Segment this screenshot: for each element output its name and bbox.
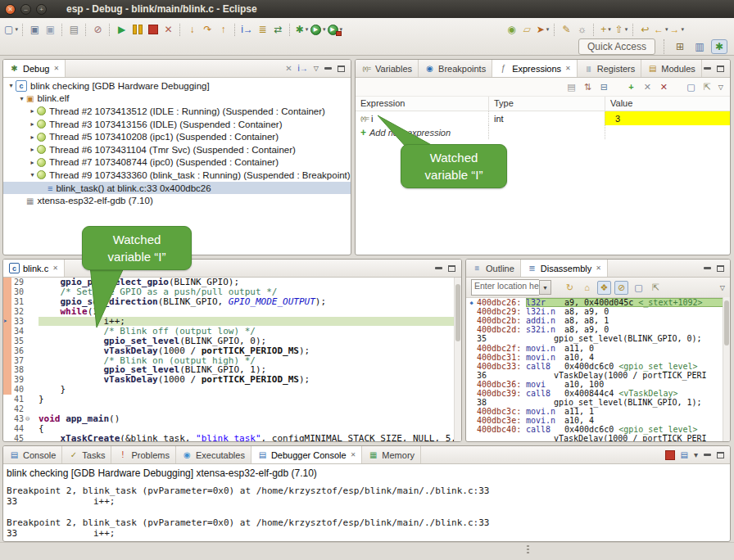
code-text[interactable]: while(1)	[39, 307, 461, 317]
scrollbar-thumb[interactable]	[724, 300, 729, 345]
disassembly-line[interactable]: 400dbc2d:s32i.na8, a9, 0	[466, 325, 730, 334]
console-tab-tasks[interactable]: ✓Tasks	[62, 446, 111, 463]
code-text[interactable]: gpio_set_direction(BLINK_GPIO, GPIO_MODE…	[39, 297, 461, 307]
editor-line[interactable]: 30 /* Set the GPIO as a push/pull output…	[3, 287, 461, 297]
tree-expand-icon[interactable]: ▸	[28, 120, 37, 128]
show-stepping-icon[interactable]: ≣	[256, 22, 270, 37]
save-icon[interactable]: ▣	[28, 22, 42, 37]
editor-line[interactable]: 29 gpio_pad_select_gpio(BLINK_GPIO);	[3, 278, 461, 287]
console-output[interactable]: Breakpoint 2, blink_task (pvParameter=0x…	[3, 481, 730, 539]
expression-row[interactable]: (x)=iint3	[356, 111, 730, 125]
instruction-step-toggle-icon[interactable]: i→	[298, 64, 308, 73]
view-menu-icon[interactable]: ▽	[314, 65, 319, 72]
editor-line[interactable]: 45 xTaskCreate(&blink_task, "blink_task"…	[3, 433, 461, 442]
new-wizard-icon[interactable]: ▢▾	[4, 22, 18, 37]
debug-tree-row[interactable]: ≡blink_task() at blink.c:33 0x400dbc26	[3, 182, 351, 195]
tree-expand-icon[interactable]: ▸	[28, 107, 37, 115]
debug-perspective-icon[interactable]: ✱	[711, 39, 727, 54]
editor-line[interactable]: 37 /* Blink on (output high) */	[3, 355, 461, 365]
suspend-icon[interactable]	[130, 22, 144, 37]
disassembly-line[interactable]: 400dbc3c:movi.na11, 1	[466, 407, 730, 416]
disassembly-line[interactable]: 400dbc40:call80x400dc6c0 <gpio_set_level…	[466, 425, 730, 434]
instruction-mode-icon[interactable]: ⇄	[271, 22, 285, 37]
show-source-icon[interactable]: ❖	[597, 281, 611, 295]
column-header-expression[interactable]: Expression	[356, 97, 488, 111]
tab-close-icon[interactable]: ✕	[53, 65, 59, 72]
disassembly-line[interactable]: 400dbc31:movi.na10, 4	[466, 353, 730, 362]
console-tab-executables[interactable]: ◉Executables	[176, 446, 251, 463]
maximize-view-icon[interactable]	[717, 452, 724, 458]
disconnect-icon[interactable]: ✕	[161, 22, 175, 37]
editor-line[interactable]: 35 gpio_set_level(BLINK_GPIO, 0);	[3, 336, 461, 345]
code-text[interactable]: /* Set the GPIO as a push/pull output */	[39, 287, 461, 297]
collapse-all-icon[interactable]: ⊟	[599, 82, 609, 93]
external-tools-icon[interactable]: ▶▾	[328, 22, 343, 37]
disassembly-line[interactable]: 400dbc36:movia10, 100	[466, 380, 730, 389]
tab-close-icon[interactable]: ✕	[565, 65, 571, 72]
column-header-value[interactable]: Value	[605, 97, 730, 111]
disassembly-line[interactable]: 400dbc39:call80x400844c4 <vTaskDelay>	[466, 389, 730, 398]
console-tab-debugger-console[interactable]: ▤Debugger Console✕	[251, 446, 362, 463]
console-dropdown-icon[interactable]: ▾	[694, 450, 698, 459]
remove-expression-icon[interactable]: ✕	[642, 82, 653, 93]
debug-tree-row[interactable]: ▸Thread #2 1073413512 (IDLE : Running) (…	[3, 105, 351, 118]
minimize-view-icon[interactable]	[324, 67, 332, 70]
maximize-view-icon[interactable]	[338, 65, 345, 72]
debug-tree-row[interactable]: ▸Thread #3 1073413156 (IDLE) (Suspended …	[3, 118, 351, 131]
editor-scrollbar[interactable]	[454, 278, 461, 441]
disassembly-line[interactable]: 400dbc29:l32i.na8, a9, 0	[466, 307, 730, 316]
debug-tree-row[interactable]: ▸Thread #7 1073408744 (ipc0) (Suspended …	[3, 156, 351, 169]
editor-line[interactable]: 40 }	[3, 385, 461, 395]
disassembly-line[interactable]: 400dbc33:call80x400dc6c0 <gpio_set_level…	[466, 362, 730, 371]
editor-line[interactable]: 41}	[3, 395, 461, 404]
forward-icon[interactable]: →▾	[669, 22, 684, 37]
disassembly-line[interactable]: 38gpio_set_level(BLINK_GPIO, 1);	[466, 398, 730, 407]
code-text[interactable]: vTaskDelay(1000 / portTICK_PERIOD_MS);	[39, 345, 461, 355]
last-edit-icon[interactable]: ↩	[638, 22, 652, 37]
pin-view-icon[interactable]: ⇱	[649, 281, 663, 295]
new-view-icon[interactable]: ▢	[632, 281, 646, 295]
tree-expand-icon[interactable]: ▾	[17, 95, 26, 102]
code-text[interactable]: i++;	[39, 317, 461, 327]
flash-icon[interactable]: ➤▾	[536, 22, 550, 37]
open-perspective-icon[interactable]: ⊞	[672, 39, 688, 54]
editor-line[interactable]: 42	[3, 404, 461, 414]
window-maximize-button[interactable]: +	[36, 4, 47, 15]
disassembly-line[interactable]: 36vTaskDelay(1000 / portTICK_PERI	[466, 371, 730, 380]
code-text[interactable]: }	[39, 385, 461, 395]
expressions-tab-expressions[interactable]: ƒExpressions✕	[492, 60, 578, 77]
debug-tree-row[interactable]: ▾Thread #9 1073433360 (blink_task : Runn…	[3, 169, 351, 182]
code-text[interactable]: gpio_set_level(BLINK_GPIO, 0);	[39, 336, 461, 345]
code-text[interactable]	[39, 404, 461, 414]
new-view-icon[interactable]: ▢	[686, 82, 696, 93]
debug-tree-row[interactable]: ▦xtensa-esp32-elf-gdb (7.10)	[3, 194, 351, 207]
add-expression-icon[interactable]: +	[626, 82, 637, 93]
add-expression-row[interactable]: + Add new expression	[356, 125, 730, 139]
editor-line[interactable]: 31 gpio_set_direction(BLINK_GPIO, GPIO_M…	[3, 297, 461, 307]
console-tab-problems[interactable]: !Problems	[111, 446, 175, 463]
disassembly-line[interactable]: 400dbc2b:addi.na8, a8, 1	[466, 316, 730, 325]
expressions-tab-modules[interactable]: ▤Modules	[641, 60, 702, 77]
debug-tree-row[interactable]: ▾▣blink.elf	[3, 93, 351, 106]
debug-tree-row[interactable]: ▸Thread #5 1073410208 (ipc1) (Suspended …	[3, 130, 351, 143]
cpp-perspective-icon[interactable]: ▥	[691, 39, 708, 54]
window-close-button[interactable]: ✕	[5, 4, 16, 15]
minimize-view-icon[interactable]	[704, 454, 711, 456]
column-header-type[interactable]: Type	[488, 97, 605, 111]
instruction-step-icon[interactable]: i→	[240, 22, 254, 37]
disassembly-tab-outline[interactable]: ≡Outline	[466, 260, 521, 277]
tree-expand-icon[interactable]: ▾	[28, 171, 37, 178]
console-tab-memory[interactable]: ▦Memory	[362, 446, 421, 463]
show-type-names-icon[interactable]: ▤	[566, 82, 577, 93]
editor-line[interactable]: 39 vTaskDelay(1000 / portTICK_PERIOD_MS)…	[3, 375, 461, 385]
debug-tree-row[interactable]: ▸Thread #6 1073431104 (Tmr Svc) (Suspend…	[3, 143, 351, 156]
remove-terminated-icon[interactable]: ✕	[285, 64, 292, 73]
tab-close-icon[interactable]: ✕	[52, 264, 58, 272]
sync-selection-icon[interactable]: ⊘	[614, 281, 628, 295]
disassembly-line[interactable]: 35gpio_set_level(BLINK_GPIO, 0);	[466, 334, 730, 343]
debug-tab-debug[interactable]: ✱Debug✕	[3, 60, 66, 77]
minimize-view-icon[interactable]	[435, 267, 442, 269]
gear-icon[interactable]: ☼	[575, 22, 589, 37]
editor-line[interactable]: 38 gpio_set_level(BLINK_GPIO, 1);	[3, 365, 461, 375]
open-folder-icon[interactable]: ▱	[520, 22, 534, 37]
